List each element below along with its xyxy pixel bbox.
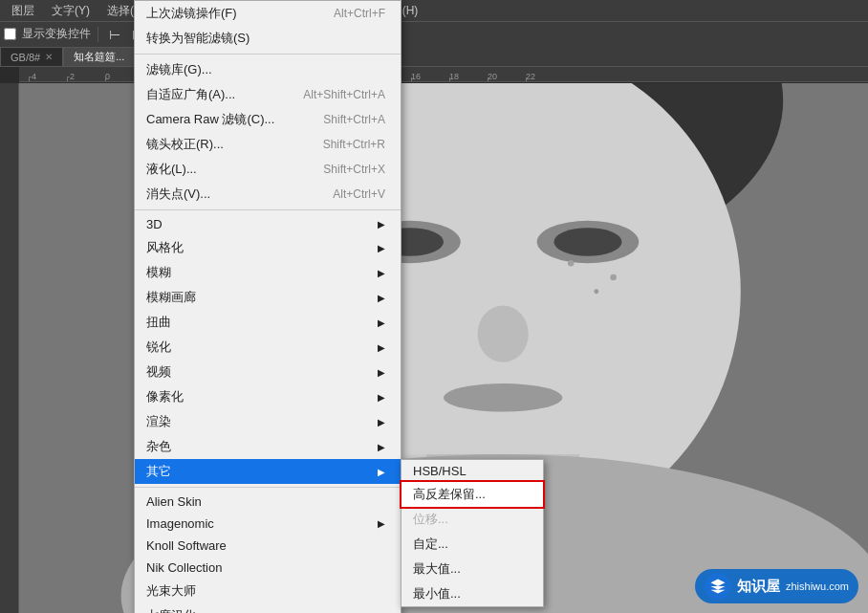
submenu-hsb-hsl[interactable]: HSB/HSL (401, 460, 543, 482)
menu-item-knoll-software[interactable]: Knoll Software (135, 535, 401, 557)
menu-item-smart-filter[interactable]: 转换为智能滤镜(S) (135, 26, 401, 51)
toolbar-sep-1 (98, 27, 98, 42)
menu-layer[interactable]: 图层 (4, 1, 42, 21)
tick-20: 20 (488, 72, 526, 81)
svg-point-17 (610, 274, 617, 281)
menu-item-noise[interactable]: 杂色 ▶ (135, 434, 401, 459)
watermark-text: 知识屋 (737, 578, 780, 596)
menu-bar: 图层 文字(Y) 选择(S) 滤镜(T) 3D(D) 视图(V) 窗口(W) 帮… (0, 0, 868, 21)
menu-item-liquify[interactable]: 液化(L)... Shift+Ctrl+X (135, 157, 401, 182)
menu-item-distort[interactable]: 扭曲 ▶ (135, 310, 401, 335)
submenu-custom[interactable]: 自定... (401, 532, 543, 557)
tick--4: -4 (29, 72, 67, 81)
align-left-icon[interactable]: ⊢ (105, 25, 124, 44)
menu-item-blur-gallery[interactable]: 模糊画廊 ▶ (135, 285, 401, 310)
sep-1 (135, 54, 401, 55)
tick-16: 16 (411, 72, 449, 81)
transform-controls-label: 显示变换控件 (22, 26, 91, 42)
menu-item-last-filter[interactable]: 上次滤镜操作(F) Alt+Ctrl+F (135, 1, 401, 26)
menu-item-qidu[interactable]: 七度汉化 ▶ (135, 603, 401, 613)
svg-point-7 (478, 306, 529, 362)
menu-text[interactable]: 文字(Y) (44, 1, 98, 21)
sep-3 (135, 487, 401, 488)
watermark-icon (705, 573, 731, 600)
submenu-other: HSB/HSL 高反差保留... 位移... 自定... 最大值... (401, 459, 544, 607)
menu-item-lens-correction[interactable]: 镜头校正(R)... Shift+Ctrl+R (135, 132, 401, 157)
watermark-url: zhishiwu.com (786, 580, 849, 592)
toolbar: 显示变换控件 ⊢ ⊟ 3D 模式： ↻ ⊙ ✛ ⊕ ⊞ 📷 (0, 21, 868, 46)
menu-item-sharpen[interactable]: 锐化 ▶ (135, 335, 401, 360)
transform-controls-checkbox[interactable] (4, 28, 16, 40)
tick--2: -2 (67, 72, 105, 81)
menu-item-vanishing-point[interactable]: 消失点(V)... Alt+Ctrl+V (135, 182, 401, 207)
tab-gb8[interactable]: GB/8# ✕ (0, 47, 63, 66)
menu-item-3d[interactable]: 3D ▶ (135, 213, 401, 235)
svg-point-6 (553, 228, 621, 256)
menu-item-camera-raw[interactable]: Camera Raw 滤镜(C)... Shift+Ctrl+A (135, 107, 401, 132)
menu-item-other[interactable]: 其它 ▶ HSB/HSL 高反差保留... 位移... 自定... (135, 459, 401, 484)
watermark: 知识屋 zhishiwu.com (695, 569, 858, 603)
svg-point-15 (568, 260, 575, 267)
menu-item-stylize[interactable]: 风格化 ▶ (135, 235, 401, 260)
tick-22: 22 (526, 72, 564, 81)
menu-item-nik-collection[interactable]: Nik Collection (135, 557, 401, 579)
menu-item-imagenomic[interactable]: Imagenomic ▶ (135, 513, 401, 535)
submenu-high-contrast[interactable]: 高反差保留... (401, 482, 543, 507)
svg-point-8 (444, 383, 562, 412)
tab-bar: GB/8# ✕ 知名筵筵... (0, 46, 868, 67)
menu-item-alien-skin[interactable]: Alien Skin (135, 491, 401, 513)
sep-2 (135, 209, 401, 210)
menu-item-filter-gallery[interactable]: 滤镜库(G)... (135, 57, 401, 82)
menu-item-blur[interactable]: 模糊 ▶ (135, 260, 401, 285)
submenu-offset[interactable]: 位移... (401, 507, 543, 532)
submenu-minimum[interactable]: 最小值... (401, 581, 543, 606)
menu-item-render[interactable]: 渲染 ▶ (135, 409, 401, 434)
svg-point-16 (594, 289, 598, 294)
menu-item-video[interactable]: 视频 ▶ (135, 360, 401, 384)
tab-close-gb8[interactable]: ✕ (45, 52, 53, 62)
tick-18: 18 (449, 72, 488, 81)
menu-item-adaptive-wide[interactable]: 自适应广角(A)... Alt+Shift+Ctrl+A (135, 82, 401, 107)
menu-item-pixelate[interactable]: 像素化 ▶ (135, 384, 401, 409)
menu-item-light-master[interactable]: 光束大师 (135, 579, 401, 603)
filter-menu: 上次滤镜操作(F) Alt+Ctrl+F 转换为智能滤镜(S) 滤镜库(G)..… (134, 0, 401, 613)
submenu-maximum[interactable]: 最大值... (401, 557, 543, 581)
ruler-vertical (0, 83, 19, 613)
tab-known[interactable]: 知名筵筵... (63, 47, 135, 66)
